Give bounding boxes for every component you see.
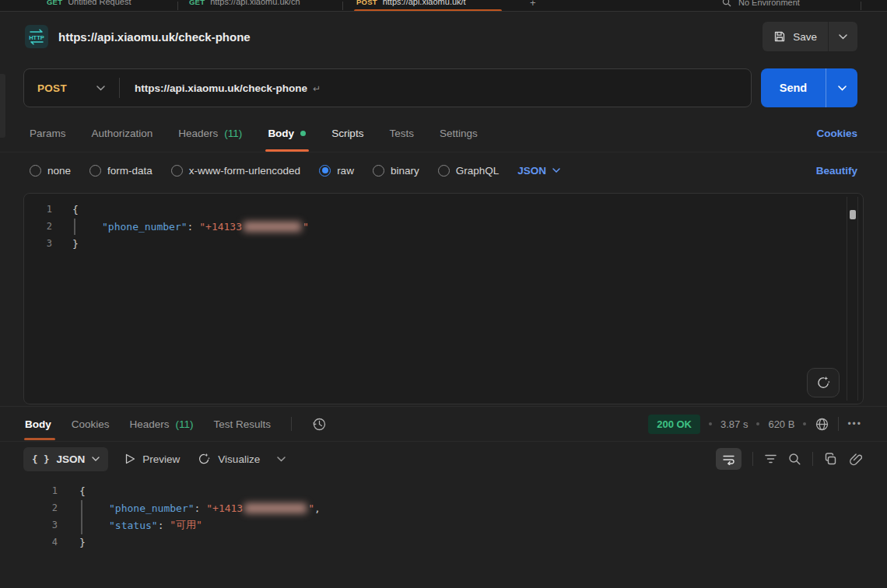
response-tabs-row: Body Cookies Headers (11) Test Results 2… — [0, 407, 887, 442]
response-format-selector[interactable]: { } JSON — [23, 447, 108, 471]
tab-divider — [177, 2, 178, 10]
link-icon[interactable] — [848, 452, 862, 466]
method-badge: GET — [189, 0, 205, 6]
visualize-button[interactable]: Visualize — [197, 452, 260, 466]
code-token: } — [72, 238, 79, 250]
send-options-button[interactable] — [826, 68, 857, 107]
json-key: "phone_number" — [102, 221, 188, 233]
json-value: " — [308, 502, 314, 514]
response-history-icon[interactable] — [312, 417, 327, 432]
response-tab-test-results[interactable]: Test Results — [214, 418, 272, 430]
tab-label: Body — [268, 128, 294, 139]
environment-selector[interactable]: No Environment — [722, 0, 800, 7]
tab-authorization[interactable]: Authorization — [92, 128, 153, 139]
cookies-link[interactable]: Cookies — [816, 128, 857, 139]
radio-x-www-form-urlencoded[interactable]: x-www-form-urlencoded — [171, 165, 300, 177]
radio-none[interactable]: none — [30, 165, 71, 177]
url-input[interactable]: https://api.xiaomu.uk/check-phone ↵ — [120, 82, 321, 94]
format-label: JSON — [57, 453, 86, 465]
response-tab-body[interactable]: Body — [25, 418, 51, 430]
method-badge: POST — [356, 0, 377, 6]
code-line: 2 "phone_number": "+14133" — [24, 218, 863, 235]
request-header: HTTP https://api.xiaomu.uk/check-phone S… — [0, 12, 887, 61]
chevron-down-icon — [96, 86, 105, 91]
new-tab-button[interactable]: + — [530, 0, 536, 9]
search-icon[interactable] — [788, 453, 801, 466]
radio-label: raw — [337, 165, 354, 177]
beautify-link[interactable]: Beautify — [816, 165, 857, 177]
code-line: 1 { — [23, 482, 887, 499]
sidebar-edge — [0, 74, 5, 138]
send-button[interactable]: Send — [761, 68, 857, 107]
more-options-button[interactable]: ••• — [847, 418, 862, 429]
chevron-down-icon[interactable] — [277, 457, 286, 462]
radio-binary[interactable]: binary — [373, 165, 419, 177]
radio-circle — [438, 165, 450, 177]
response-time: 3.87 s — [720, 418, 748, 430]
code-token: : — [188, 221, 200, 233]
line-number: 3 — [24, 238, 52, 249]
body-type-row: none form-data x-www-form-urlencoded raw… — [0, 152, 887, 188]
indent-guide — [81, 516, 82, 534]
url-field: POST https://api.xiaomu.uk/check-phone ↵ — [23, 68, 752, 107]
tab-divider — [342, 2, 343, 10]
save-button-main[interactable]: Save — [763, 22, 828, 51]
tab-params[interactable]: Params — [30, 128, 66, 139]
workspace-tab-get-request[interactable]: GET https://api.xiaomu.uk/ch — [189, 0, 300, 6]
workspace-tab-untitled[interactable]: GET Untitled Request — [47, 0, 131, 6]
active-tab-underline — [24, 438, 55, 440]
response-tab-headers[interactable]: Headers (11) — [130, 418, 194, 430]
editor-scrollbar[interactable] — [847, 197, 858, 401]
tab-body[interactable]: Body — [268, 128, 306, 139]
tab-label: https://api.xiaomu.uk/ch — [210, 0, 300, 6]
braces-icon: { } — [32, 453, 50, 465]
preview-button[interactable]: Preview — [125, 453, 180, 465]
radio-label: binary — [391, 165, 419, 177]
response-body-viewer[interactable]: 1 { 2 "phone_number": "+1413", 3 "status… — [0, 476, 887, 551]
sparkle-wand-icon — [197, 452, 211, 466]
save-button[interactable]: Save — [763, 22, 857, 51]
response-tab-cookies[interactable]: Cookies — [72, 418, 110, 430]
play-icon — [125, 453, 135, 464]
code-line: 2 "phone_number": "+1413", — [23, 499, 887, 516]
tab-settings[interactable]: Settings — [440, 128, 478, 139]
send-label: Send — [761, 68, 826, 107]
raw-language-selector[interactable]: JSON — [517, 165, 560, 177]
request-body-editor[interactable]: 1 { 2 "phone_number": "+14133" 3 } — [23, 193, 864, 404]
line-number: 4 — [23, 537, 58, 548]
code-token: { — [79, 485, 86, 497]
code-token: : — [195, 502, 207, 514]
network-globe-icon[interactable] — [815, 417, 829, 432]
method-selector[interactable]: POST — [24, 82, 119, 94]
tab-label: Authorization — [92, 128, 153, 139]
tab-headers[interactable]: Headers (11) — [178, 128, 242, 139]
tab-scripts[interactable]: Scripts — [331, 128, 363, 139]
save-label: Save — [793, 31, 817, 43]
copy-icon[interactable] — [824, 453, 837, 466]
radio-form-data[interactable]: form-data — [89, 165, 153, 177]
tab-label: https://api.xiaomu.uk/t — [383, 0, 466, 6]
redacted-blur — [244, 222, 301, 232]
radio-label: x-www-form-urlencoded — [189, 165, 300, 177]
wrap-text-icon — [722, 453, 735, 465]
preview-label: Preview — [142, 453, 180, 465]
radio-raw[interactable]: raw — [319, 165, 354, 177]
json-key: "status" — [109, 520, 158, 531]
json-value: "+14133 — [199, 221, 242, 233]
postbot-button[interactable] — [807, 368, 840, 397]
save-options-button[interactable] — [829, 22, 857, 51]
method-label: POST — [37, 82, 67, 94]
scrollbar-thumb[interactable] — [850, 210, 856, 219]
radio-circle — [89, 165, 101, 177]
line-number: 2 — [24, 221, 52, 232]
filter-icon[interactable] — [764, 453, 777, 464]
json-value: " — [303, 221, 309, 233]
wrap-text-button[interactable] — [716, 448, 742, 470]
code-line: 1 { — [24, 201, 863, 218]
tab-tests[interactable]: Tests — [389, 128, 414, 139]
chevron-down-icon — [92, 457, 100, 461]
response-toolbar: { } JSON Preview Visualize — [0, 442, 887, 476]
radio-graphql[interactable]: GraphQL — [438, 165, 500, 177]
response-status-cluster: 200 OK 3.87 s 620 B ••• — [648, 415, 862, 434]
workspace-tab-post-active[interactable]: POST https://api.xiaomu.uk/t — [356, 0, 466, 6]
